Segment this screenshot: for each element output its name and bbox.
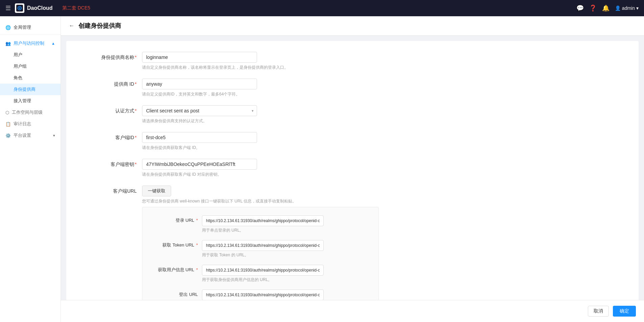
sidebar-global[interactable]: 🌐 全局管理 bbox=[0, 20, 61, 35]
global-icon: 🌐 bbox=[5, 25, 11, 30]
sidebar-global-label: 全局管理 bbox=[14, 24, 31, 30]
top-navigation: ☰ DaoCloud 第二套 DCE5 💬 ❓ 🔔 👤 admin ▾ bbox=[0, 0, 644, 16]
url-row-userinfo: 获取用户信息 URL * 用于获取身份提供商用户信息的 URL。 bbox=[148, 265, 373, 283]
help-icon[interactable]: ❓ bbox=[589, 4, 597, 12]
login-url-label: 登录 URL * bbox=[148, 215, 202, 223]
auth-method-content: Client secret sent as post Client secret… bbox=[142, 105, 379, 124]
user-menu[interactable]: 👤 admin ▾ bbox=[615, 5, 639, 11]
form-row-provider-name: 身份提供商名称* 请自定义身份提供商名称，该名称将显示在登录页上，是身份提供商的… bbox=[66, 52, 639, 70]
client-url-hint: 您可通过身份提供商 well-known 接口一键获取以下 URL 信息，或直接… bbox=[142, 198, 379, 204]
sidebar-user-access-label: 用户与访问控制 bbox=[14, 40, 44, 46]
provider-id-hint: 请自定义提供商ID，支持英文和数字，最多64个字符。 bbox=[142, 91, 379, 97]
menu-icon[interactable]: ☰ bbox=[5, 4, 11, 12]
auth-method-label: 认证方式* bbox=[74, 105, 142, 114]
page-header: ← 创建身份提供商 bbox=[61, 16, 644, 36]
user-access-icon: 👥 bbox=[5, 41, 11, 46]
confirm-button[interactable]: 确定 bbox=[613, 306, 636, 317]
provider-id-label: 提供商 ID* bbox=[74, 79, 142, 87]
form-row-client-secret: 客户端密钥* 请在身份提供商获取客户端 ID 对应的密钥。 bbox=[66, 159, 639, 177]
logout-url-input[interactable] bbox=[202, 289, 324, 300]
sidebar-item-roles[interactable]: 角色 bbox=[0, 72, 61, 84]
provider-name-hint: 请自定义身份提供商名称，该名称将显示在登录页上，是身份提供商的登录入口。 bbox=[142, 65, 379, 70]
sidebar-section-audit[interactable]: 📋 审计日志 bbox=[0, 118, 61, 130]
sidebar-item-access-management[interactable]: 接入管理 bbox=[0, 95, 61, 107]
client-url-label: 客户端URL bbox=[74, 186, 142, 194]
topnav-actions: 💬 ❓ 🔔 👤 admin ▾ bbox=[576, 4, 639, 12]
user-dropdown-icon: ▾ bbox=[636, 5, 639, 11]
userinfo-url-label: 获取用户信息 URL * bbox=[148, 265, 202, 273]
chat-icon[interactable]: 💬 bbox=[576, 4, 584, 12]
sidebar: 🌐 全局管理 👥 用户与访问控制 ▲ 用户 用户组 角色 身份提供商 接入管理 … bbox=[0, 16, 61, 322]
sidebar-platform-label: 平台设置 bbox=[14, 132, 31, 138]
client-url-row: 一键获取 bbox=[142, 186, 379, 196]
client-secret-hint: 请在身份提供商获取客户端 ID 对应的密钥。 bbox=[142, 172, 379, 177]
username: admin bbox=[622, 5, 635, 11]
provider-name-content: 请自定义身份提供商名称，该名称将显示在登录页上，是身份提供商的登录入口。 bbox=[142, 52, 379, 70]
userinfo-url-hint: 用于获取身份提供商用户信息的 URL。 bbox=[202, 277, 373, 283]
logo: DaoCloud bbox=[15, 3, 53, 13]
provider-id-input[interactable] bbox=[142, 79, 257, 89]
cancel-button[interactable]: 取消 bbox=[588, 306, 609, 317]
login-url-hint: 用于单点登录的 URL。 bbox=[202, 228, 373, 233]
sidebar-item-users[interactable]: 用户 bbox=[0, 49, 61, 61]
user-avatar-icon: 👤 bbox=[615, 5, 621, 11]
userinfo-url-input[interactable] bbox=[202, 265, 324, 276]
login-url-content: 用于单点登录的 URL。 bbox=[202, 215, 373, 233]
provider-id-content: 请自定义提供商ID，支持英文和数字，最多64个字符。 bbox=[142, 79, 379, 97]
client-url-content: 一键获取 您可通过身份提供商 well-known 接口一键获取以下 URL 信… bbox=[142, 186, 379, 316]
audit-icon: 📋 bbox=[5, 122, 11, 127]
auth-method-hint: 请选择身份提供商支持的认证方式。 bbox=[142, 118, 379, 124]
form-row-auth-method: 认证方式* Client secret sent as post Client … bbox=[66, 105, 639, 124]
token-url-label: 获取 Token URL * bbox=[148, 240, 202, 248]
back-button[interactable]: ← bbox=[69, 23, 74, 29]
client-secret-label: 客户端密钥* bbox=[74, 159, 142, 168]
form-container: 身份提供商名称* 请自定义身份提供商名称，该名称将显示在登录页上，是身份提供商的… bbox=[66, 41, 639, 322]
platform-expand-icon: ▾ bbox=[53, 133, 55, 138]
layout: 🌐 全局管理 👥 用户与访问控制 ▲ 用户 用户组 角色 身份提供商 接入管理 … bbox=[0, 16, 644, 322]
user-access-expand-icon: ▲ bbox=[51, 41, 55, 45]
login-url-input[interactable] bbox=[202, 215, 324, 226]
client-id-hint: 请在身份提供商获取客户端 ID。 bbox=[142, 145, 379, 151]
sidebar-workspace-label: 工作空间与层级 bbox=[12, 109, 43, 115]
sidebar-item-identity-providers[interactable]: 身份提供商 bbox=[0, 84, 61, 95]
token-url-content: 用于获取 Token 的 URL。 bbox=[202, 240, 373, 258]
token-url-input[interactable] bbox=[202, 240, 324, 251]
auth-method-select-wrapper: Client secret sent as post Client secret… bbox=[142, 105, 257, 116]
token-url-hint: 用于获取 Token 的 URL。 bbox=[202, 252, 373, 258]
sidebar-item-usergroups[interactable]: 用户组 bbox=[0, 61, 61, 72]
form-footer: 取消 确定 bbox=[61, 300, 644, 322]
logout-url-label: 登出 URL bbox=[148, 289, 202, 298]
platform-icon: ⚙️ bbox=[5, 133, 11, 138]
form-row-client-id: 客户端ID* 请在身份提供商获取客户端 ID。 bbox=[66, 132, 639, 151]
page-title: 创建身份提供商 bbox=[78, 22, 121, 30]
userinfo-url-content: 用于获取身份提供商用户信息的 URL。 bbox=[202, 265, 373, 283]
workspace-icon: ⬡ bbox=[5, 110, 9, 115]
sidebar-section-platform[interactable]: ⚙️ 平台设置 ▾ bbox=[0, 130, 61, 141]
client-secret-input[interactable] bbox=[142, 159, 257, 170]
auth-method-select[interactable]: Client secret sent as post Client secret… bbox=[142, 105, 257, 116]
bell-icon[interactable]: 🔔 bbox=[602, 4, 610, 12]
form-row-provider-id: 提供商 ID* 请自定义提供商ID，支持英文和数字，最多64个字符。 bbox=[66, 79, 639, 97]
url-section: 登录 URL * 用于单点登录的 URL。 获取 Token URL * bbox=[142, 207, 379, 316]
client-id-content: 请在身份提供商获取客户端 ID。 bbox=[142, 132, 379, 151]
client-id-label: 客户端ID* bbox=[74, 132, 142, 141]
form-row-client-url: 客户端URL 一键获取 您可通过身份提供商 well-known 接口一键获取以… bbox=[66, 186, 639, 316]
main-content: ← 创建身份提供商 身份提供商名称* 请自定义身份提供商名称，该名称将显示在登录… bbox=[61, 16, 644, 322]
sidebar-section-user-access[interactable]: 👥 用户与访问控制 ▲ bbox=[0, 38, 61, 49]
provider-name-input[interactable] bbox=[142, 52, 257, 63]
fetch-button[interactable]: 一键获取 bbox=[142, 186, 171, 196]
url-row-login: 登录 URL * 用于单点登录的 URL。 bbox=[148, 215, 373, 233]
client-id-input[interactable] bbox=[142, 132, 257, 143]
client-secret-content: 请在身份提供商获取客户端 ID 对应的密钥。 bbox=[142, 159, 379, 177]
provider-name-label: 身份提供商名称* bbox=[74, 52, 142, 61]
app-title: 第二套 DCE5 bbox=[62, 5, 90, 11]
url-row-token: 获取 Token URL * 用于获取 Token 的 URL。 bbox=[148, 240, 373, 258]
logo-text: DaoCloud bbox=[27, 5, 53, 11]
sidebar-audit-label: 审计日志 bbox=[14, 121, 31, 127]
logo-icon bbox=[15, 3, 24, 13]
sidebar-section-workspace[interactable]: ⬡ 工作空间与层级 bbox=[0, 107, 61, 118]
svg-point-2 bbox=[19, 7, 20, 9]
